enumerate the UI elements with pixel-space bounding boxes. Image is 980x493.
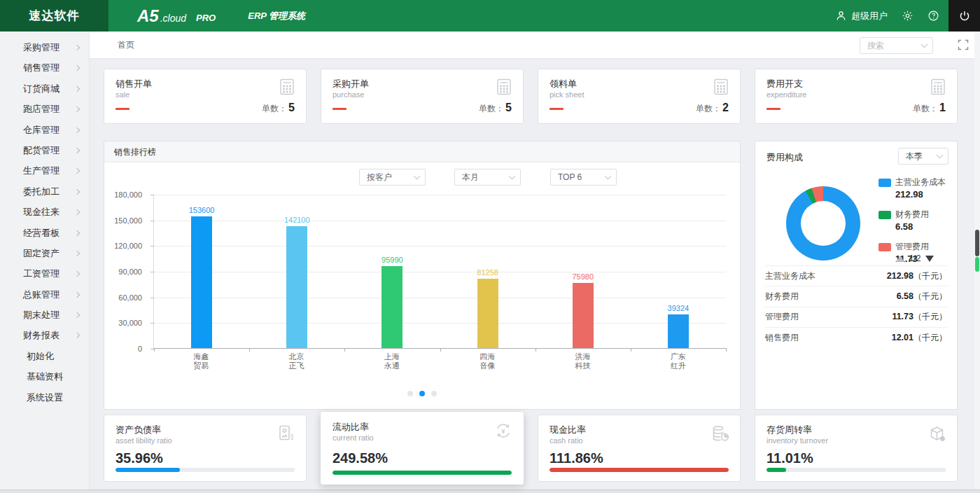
ratio-card-asset-liability[interactable]: 资产负债率 asset libility ratio 35.96% xyxy=(104,415,307,482)
sidebar-item-distribution[interactable]: 配货管理 xyxy=(0,140,89,160)
ratio-value: 111.86% xyxy=(550,450,603,466)
carousel-dot-1[interactable] xyxy=(419,391,425,396)
y-tick xyxy=(150,323,154,324)
pager-down-icon[interactable] xyxy=(925,256,934,262)
product-name: ERP 管理系统 xyxy=(248,10,305,22)
tab-home[interactable]: 首页 xyxy=(118,32,134,59)
chevron-right-icon xyxy=(74,106,80,112)
filter-top-n[interactable]: TOP 6 xyxy=(550,169,617,186)
sidebar-item-label: 委托加工 xyxy=(23,186,59,197)
x-axis-label: 洪海科技 xyxy=(575,352,591,370)
stat-card-sales-billing[interactable]: 销售开单 sale 单数：5 xyxy=(104,69,307,124)
bar-3[interactable]: 81258 xyxy=(477,279,498,348)
bar-4[interactable]: 75980 xyxy=(573,283,594,348)
legend-swatch xyxy=(878,179,891,187)
count-value: 5 xyxy=(505,102,512,113)
sidebar-item-label: 总账管理 xyxy=(23,289,59,300)
sidebar-item-base-data[interactable]: 基础资料 xyxy=(0,366,89,387)
expense-row-value: 12.01（千元） xyxy=(892,332,947,344)
y-tick xyxy=(150,195,154,195)
bar-chart-xlabels: 海鑫贸易北京正飞上海永通四海音像洪海科技广东红升 xyxy=(153,352,726,373)
chevron-right-icon xyxy=(74,168,80,174)
gridline xyxy=(154,323,726,324)
bar-value-label: 95990 xyxy=(382,256,403,264)
legend-label: 主营业务成本 xyxy=(895,176,946,188)
sidebar-item-purchase[interactable]: 采购管理 xyxy=(0,37,89,57)
sidebar-item-cash[interactable]: 现金往来 xyxy=(0,202,89,222)
sidebar-item-outsourcing[interactable]: 委托加工 xyxy=(0,181,89,202)
sidebar-item-label: 期末处理 xyxy=(23,310,59,320)
scrollbar-thumb[interactable] xyxy=(975,230,979,256)
donut-hole xyxy=(801,201,846,246)
filter-by-customer[interactable]: 按客户 xyxy=(359,169,426,186)
legend-item-1: 财务费用6.58 xyxy=(878,209,946,232)
sidebar-item-order-mall[interactable]: 订货商城 xyxy=(0,78,89,99)
erp-dashboard-page: 速达软件 A5 .cloud PRO ERP 管理系统 超级用户 采购管理销售管… xyxy=(0,0,980,493)
search-input[interactable]: 搜索 xyxy=(860,37,933,54)
card-title: 销售开单 xyxy=(115,78,152,90)
ratio-card-current-ratio[interactable]: 流动比率 current ratio ¥ 249.58% xyxy=(321,412,524,485)
x-axis-label: 广东红升 xyxy=(671,352,686,370)
carousel-dot-2[interactable] xyxy=(431,391,437,396)
sidebar-item-warehouse[interactable]: 仓库管理 xyxy=(0,120,89,140)
bar-2[interactable]: 95990 xyxy=(382,266,402,348)
bar-5[interactable]: 39324 xyxy=(668,314,689,348)
progress-fill xyxy=(766,468,786,472)
sidebar-item-dashboard[interactable]: 经营看板 xyxy=(0,223,89,243)
filter-period[interactable]: 本月 xyxy=(454,169,521,186)
sidebar-item-settings[interactable]: 系统设置 xyxy=(0,387,89,408)
sidebar-item-fin-reports[interactable]: 财务报表 xyxy=(0,325,89,345)
chevron-right-icon xyxy=(74,271,80,277)
stat-card-expenditure[interactable]: 费用开支 expenditure 单数：1 xyxy=(755,69,958,124)
sidebar-item-init[interactable]: 初始化 xyxy=(0,346,89,366)
legend-label: 管理费用 xyxy=(895,241,929,253)
legend-swatch xyxy=(878,243,891,251)
scrollbar[interactable] xyxy=(974,32,980,489)
bar-0[interactable]: 153600 xyxy=(191,216,212,348)
y-axis-label: 120,000 xyxy=(114,242,142,250)
ratio-card-inventory-turnover[interactable]: 存货周转率 inventory turnover 11.01% xyxy=(755,415,958,482)
pager-up-icon[interactable] xyxy=(896,256,904,262)
sidebar-item-fixed-assets[interactable]: 固定资产 xyxy=(0,243,89,263)
user-name: 超级用户 xyxy=(851,10,888,22)
card-subtitle: asset libility ratio xyxy=(115,436,172,445)
chevron-down-icon xyxy=(414,172,421,179)
dash-marker xyxy=(115,108,130,110)
sidebar-item-production[interactable]: 生产管理 xyxy=(0,160,89,181)
sidebar-item-period-end[interactable]: 期末处理 xyxy=(0,305,89,325)
chevron-right-icon xyxy=(74,86,80,92)
period-select[interactable]: 本季 xyxy=(898,148,948,165)
count-field: 单数：5 xyxy=(262,102,295,115)
chevron-right-icon xyxy=(74,127,80,132)
gear-icon[interactable] xyxy=(902,10,913,22)
logout-button[interactable] xyxy=(948,0,980,32)
legend-row: 主营业务成本 xyxy=(878,176,946,188)
app-header: 速达软件 A5 .cloud PRO ERP 管理系统 超级用户 xyxy=(0,0,980,32)
stat-card-purchase-billing[interactable]: 采购开单 purchase 单数：5 xyxy=(321,69,524,124)
y-tick xyxy=(150,272,154,272)
scrollbar-highlight xyxy=(975,257,979,272)
dash-marker xyxy=(332,108,346,110)
fullscreen-icon[interactable] xyxy=(958,39,969,50)
sidebar-item-payroll[interactable]: 工资管理 xyxy=(0,263,89,284)
pager-text: 1/2 xyxy=(909,254,921,263)
user-menu[interactable]: 超级用户 xyxy=(835,10,888,22)
chevron-down-icon xyxy=(921,41,928,48)
x-tick xyxy=(249,348,250,352)
ratio-card-cash-ratio[interactable]: 现金比率 cash ratio 111.86% xyxy=(538,415,741,482)
legend-swatch xyxy=(878,211,891,219)
y-tick xyxy=(150,298,154,298)
stat-card-pick-sheet[interactable]: 领料单 pick sheet 单数：2 xyxy=(538,69,741,124)
gridline xyxy=(154,298,726,298)
app-logo[interactable]: 速达软件 xyxy=(0,0,108,32)
sidebar-item-sales[interactable]: 销售管理 xyxy=(0,57,89,78)
card-subtitle: inventory turnover xyxy=(766,436,828,445)
carousel-dot-0[interactable] xyxy=(407,391,413,396)
bar-1[interactable]: 142100 xyxy=(286,226,307,348)
sidebar-item-shop-visit[interactable]: 跑店管理 xyxy=(0,99,89,119)
help-icon[interactable] xyxy=(927,10,939,22)
sidebar-item-ledger[interactable]: 总账管理 xyxy=(0,284,89,305)
sidebar-item-label: 仓库管理 xyxy=(23,125,59,135)
calculator-icon xyxy=(712,78,730,96)
progress-fill xyxy=(332,471,512,475)
